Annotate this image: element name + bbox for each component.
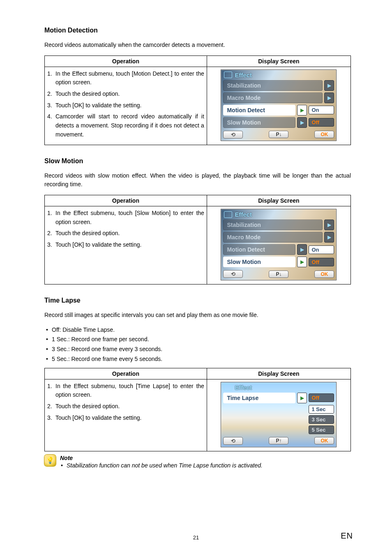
chevron-right-icon[interactable]: ▶	[297, 393, 307, 403]
back-button[interactable]: ⟲	[223, 131, 243, 139]
option-on[interactable]: On	[309, 106, 334, 114]
return-icon: ⟲	[231, 438, 235, 444]
page-language: EN	[341, 531, 353, 541]
camcorder-icon	[224, 211, 232, 218]
menu-header: Effect	[235, 211, 252, 218]
list-item: 5 Sec.: Record one frame every 5 seconds…	[44, 355, 351, 364]
camcorder-icon	[224, 72, 232, 78]
operation-steps: 1.In the Effect submenu, touch [Time Lap…	[47, 382, 204, 423]
chevron-right-icon[interactable]: ▶	[297, 117, 307, 128]
th-operation: Operation	[45, 195, 207, 206]
option-on[interactable]: On	[309, 245, 334, 254]
step-text: Camcorder will start to record video aut…	[55, 112, 204, 139]
return-icon: ⟲	[231, 132, 235, 138]
chevron-right-icon[interactable]: ▶	[324, 220, 334, 230]
menu-item-macro-mode[interactable]: Macro Mode	[223, 232, 323, 243]
th-operation: Operation	[45, 56, 207, 67]
table-motion-detection: Operation Display Screen 1.In the Effect…	[44, 56, 351, 145]
heading-slow-motion: Slow Motion	[44, 157, 351, 165]
chevron-right-icon[interactable]: ▶	[297, 244, 307, 255]
note-box: 💡 Note Stabilization function can not be…	[44, 455, 351, 469]
step-text: Touch the desired option.	[55, 402, 204, 411]
menu-item-motion-detect[interactable]: Motion Detect	[223, 244, 295, 255]
menu-item-time-lapse[interactable]: Time Lapse	[223, 393, 295, 403]
display-screen-time-lapse: Effect Time Lapse ▶ Off	[221, 382, 337, 447]
step-text: In the Effect submenu, touch [Time Lapse…	[55, 382, 204, 400]
chevron-right-icon[interactable]: ▶	[297, 257, 307, 267]
lead-motion-detection: Record videos automatically when the cam…	[44, 41, 351, 50]
menu-header: Effect	[235, 72, 252, 79]
menu-item-slow-motion[interactable]: Slow Motion	[223, 117, 295, 128]
ok-button[interactable]: OK	[314, 271, 334, 278]
step-text: Touch the desired option.	[55, 90, 204, 99]
camcorder-icon	[224, 384, 232, 391]
time-lapse-options-list: Off: Disable Time Lapse. 1 Sec.: Record …	[44, 326, 351, 364]
menu-item-motion-detect[interactable]: Motion Detect	[223, 105, 295, 116]
th-display-screen: Display Screen	[207, 368, 350, 379]
table-slow-motion: Operation Display Screen 1.In the Effect…	[44, 195, 351, 284]
note-heading: Note	[60, 455, 263, 461]
chevron-right-icon[interactable]: ▶	[324, 92, 334, 103]
return-icon: ⟲	[231, 271, 235, 277]
menu-item-stabilization[interactable]: Stabilization	[223, 80, 323, 91]
back-button[interactable]: ⟲	[223, 270, 243, 278]
menu-item-slow-motion[interactable]: Slow Motion	[223, 257, 295, 267]
operation-steps: 1.In the Effect submenu, touch [Motion D…	[47, 69, 204, 139]
step-text: Touch [OK] to validate the setting.	[55, 101, 204, 110]
heading-motion-detection: Motion Detection	[44, 27, 351, 34]
lightbulb-icon: 💡	[44, 455, 56, 466]
list-item: 3 Sec.: Record one frame every 3 seconds…	[44, 345, 351, 354]
option-off[interactable]: Off	[309, 258, 334, 266]
chevron-right-icon[interactable]: ▶	[324, 232, 334, 243]
page-number: 21	[0, 534, 392, 541]
chevron-right-icon[interactable]: ▶	[324, 80, 334, 91]
option-3sec[interactable]: 3 Sec	[309, 415, 334, 424]
ok-button[interactable]: OK	[314, 437, 334, 444]
option-1sec[interactable]: 1 Sec	[309, 405, 334, 414]
page-down-button[interactable]: P↓	[269, 131, 288, 138]
menu-item-stabilization[interactable]: Stabilization	[223, 220, 323, 230]
step-text: Touch [OK] to validate the setting.	[55, 240, 204, 250]
option-off[interactable]: Off	[309, 393, 334, 402]
list-item: 1 Sec.: Record one frame per second.	[44, 335, 351, 344]
heading-time-lapse: Time Lapse	[44, 297, 351, 304]
step-text: Touch [OK] to validate the setting.	[55, 414, 204, 423]
chevron-right-icon[interactable]: ▶	[297, 105, 307, 116]
note-item: Stabilization function can not be used w…	[60, 462, 263, 469]
page-down-button[interactable]: P↓	[269, 271, 288, 278]
display-screen-motion: Effect Stabilization ▶ Macro Mode ▶	[221, 69, 337, 141]
page-up-button[interactable]: P↑	[269, 437, 288, 444]
lead-slow-motion: Record videos with slow motion effect. W…	[44, 171, 351, 189]
lead-time-lapse: Record still images at specific interval…	[44, 311, 351, 320]
th-display-screen: Display Screen	[207, 56, 350, 67]
list-item: Off: Disable Time Lapse.	[44, 326, 351, 335]
display-screen-slow-motion: Effect Stabilization ▶ Macro Mode ▶	[221, 209, 337, 280]
table-time-lapse: Operation Display Screen 1.In the Effect…	[44, 368, 351, 451]
step-text: Touch the desired option.	[55, 229, 204, 238]
th-display-screen: Display Screen	[207, 195, 350, 206]
th-operation: Operation	[45, 368, 207, 379]
operation-steps: 1.In the Effect submenu, touch [Slow Mot…	[47, 209, 204, 250]
step-text: In the Effect submenu, touch [Motion Det…	[55, 69, 204, 87]
option-5sec[interactable]: 5 Sec	[309, 426, 334, 434]
menu-item-macro-mode[interactable]: Macro Mode	[223, 92, 323, 103]
step-text: In the Effect submenu, touch [Slow Motio…	[55, 209, 204, 227]
ok-button[interactable]: OK	[314, 131, 334, 138]
option-off[interactable]: Off	[309, 118, 334, 127]
back-button[interactable]: ⟲	[223, 437, 243, 445]
menu-header: Effect	[235, 384, 252, 391]
